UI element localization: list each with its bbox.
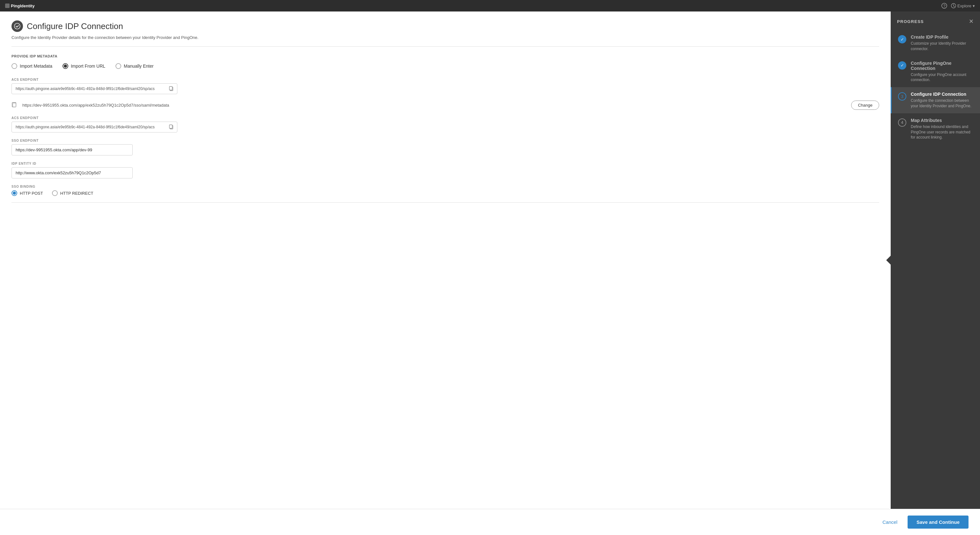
radio-circle-import-url: [62, 63, 68, 69]
acs-copy-icon[interactable]: [165, 86, 177, 92]
acs-endpoint-field: ACS ENDPOINT: [11, 78, 879, 94]
acs-endpoint-input-wrapper: [11, 83, 177, 94]
step-item-3[interactable]: 3 Configure IDP Connection Configure the…: [891, 87, 980, 113]
sso-endpoint-input[interactable]: [11, 144, 133, 155]
idp-entity-id-input[interactable]: [11, 167, 133, 179]
idp-entity-id-field: IDP ENTITY ID: [11, 162, 879, 179]
url-row: https://dev-9951955.okta.com/app/exk52zu…: [11, 101, 879, 110]
sso-radio-label-http-post: HTTP POST: [20, 191, 43, 196]
svg-rect-7: [169, 86, 172, 90]
metadata-radio-group: Import Metadata Import From URL Manually…: [11, 63, 879, 69]
sso-radio-label-http-redirect: HTTP REDIRECT: [60, 191, 94, 196]
metadata-section-title: PROVIDE IDP METADATA: [11, 54, 879, 58]
step-number-2: ✓: [898, 61, 906, 70]
step-info-1: Create IDP Profile Customize your Identi…: [911, 35, 974, 52]
help-icon[interactable]: ?: [942, 3, 947, 9]
url-icon: [11, 102, 17, 109]
close-icon[interactable]: ✕: [969, 18, 974, 25]
explore-label: Explore: [957, 3, 971, 8]
sso-binding-radio-group: HTTP POST HTTP REDIRECT: [11, 190, 879, 196]
step-item-2[interactable]: ✓ Configure PingOne Connection Configure…: [891, 56, 980, 88]
cancel-button[interactable]: Cancel: [877, 517, 902, 527]
page-title: Configure IDP Connection: [27, 21, 123, 31]
save-continue-button[interactable]: Save and Continue: [908, 516, 969, 529]
sso-radio-http-post[interactable]: HTTP POST: [11, 190, 43, 196]
bottom-divider: [11, 202, 879, 203]
sso-binding-label: SSO BINDING: [11, 185, 879, 188]
svg-text:PingIdentity: PingIdentity: [11, 3, 35, 8]
step-item-4[interactable]: 4 Map Attributes Define how inbound iden…: [891, 113, 980, 145]
acs-endpoint-label-2: ACS ENDPOINT: [11, 116, 879, 120]
step-info-4: Map Attributes Define how inbound identi…: [911, 118, 974, 140]
sidebar-title: PROGRESS: [897, 19, 924, 24]
radio-manually-enter[interactable]: Manually Enter: [116, 63, 153, 69]
step-desc-2: Configure your PingOne account connectio…: [911, 72, 974, 83]
step-item-1[interactable]: ✓ Create IDP Profile Customize your Iden…: [891, 30, 980, 56]
change-button[interactable]: Change: [851, 101, 879, 110]
top-bar: PingIdentity ? Explore ▾: [0, 0, 980, 11]
sso-radio-dot-http-redirect: [52, 190, 58, 196]
step-desc-4: Define how inbound identities and PingOn…: [911, 124, 974, 140]
step-number-1: ✓: [898, 35, 906, 43]
step-desc-1: Customize your Identity Provider connect…: [911, 41, 974, 52]
sso-endpoint-field: SSO ENDPOINT: [11, 139, 879, 155]
step-number-3: 3: [898, 92, 906, 101]
top-bar-right: ? Explore ▾: [942, 3, 975, 9]
radio-label-import-metadata: Import Metadata: [20, 64, 52, 69]
sso-radio-dot-http-post: [11, 190, 17, 196]
form-area: Configure IDP Connection Configure the I…: [0, 11, 891, 509]
acs-copy-icon-2[interactable]: [165, 124, 177, 130]
radio-circle-manually-enter: [116, 63, 121, 69]
page-title-row: Configure IDP Connection: [11, 21, 879, 32]
svg-text:?: ?: [943, 4, 945, 8]
svg-rect-0: [5, 3, 10, 8]
radio-label-manually-enter: Manually Enter: [124, 64, 153, 69]
explore-button[interactable]: Explore ▾: [951, 3, 975, 8]
title-icon: [11, 21, 23, 32]
acs-endpoint-label: ACS ENDPOINT: [11, 78, 879, 81]
step-info-2: Configure PingOne Connection Configure y…: [911, 61, 974, 83]
step-desc-3: Configure the connection between your Id…: [911, 98, 974, 109]
radio-import-url[interactable]: Import From URL: [62, 63, 105, 69]
sso-radio-http-redirect[interactable]: HTTP REDIRECT: [52, 190, 94, 196]
sso-binding-field: SSO BINDING HTTP POST HTTP REDIRECT: [11, 185, 879, 196]
page-subtitle: Configure the Identity Provider details …: [11, 35, 879, 40]
url-text: https://dev-9951955.okta.com/app/exk52zu…: [22, 103, 846, 108]
svg-rect-9: [13, 103, 16, 107]
step-name-4: Map Attributes: [911, 118, 974, 123]
acs-endpoint-input[interactable]: [12, 84, 165, 94]
svg-point-5: [14, 23, 20, 29]
step-number-4: 4: [898, 118, 906, 127]
idp-entity-id-label: IDP ENTITY ID: [11, 162, 879, 165]
sidebar-arrow: [886, 256, 891, 265]
step-name-2: Configure PingOne Connection: [911, 61, 974, 71]
radio-circle-import-metadata: [11, 63, 17, 69]
acs-endpoint-input-2[interactable]: [12, 122, 165, 132]
sidebar-header: PROGRESS ✕: [891, 18, 980, 30]
svg-rect-11: [169, 125, 172, 128]
logo-area: PingIdentity: [5, 3, 43, 9]
step-info-3: Configure IDP Connection Configure the c…: [911, 92, 974, 109]
sso-endpoint-label: SSO ENDPOINT: [11, 139, 879, 142]
step-name-3: Configure IDP Connection: [911, 92, 974, 97]
step-name-1: Create IDP Profile: [911, 35, 974, 40]
form-actions: Cancel Save and Continue: [0, 509, 980, 535]
acs-endpoint-field-2: ACS ENDPOINT: [11, 116, 879, 133]
acs-endpoint-input-wrapper-2: [11, 121, 177, 133]
radio-label-import-url: Import From URL: [71, 64, 105, 69]
radio-import-metadata[interactable]: Import Metadata: [11, 63, 52, 69]
metadata-section: PROVIDE IDP METADATA Import Metadata Imp…: [11, 54, 879, 196]
sidebar: PROGRESS ✕ ✓ Create IDP Profile Customiz…: [891, 11, 980, 509]
